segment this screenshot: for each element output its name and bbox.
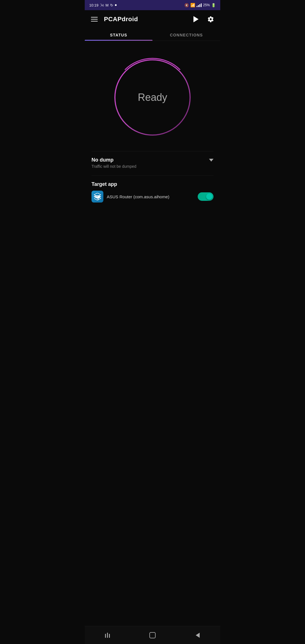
target-app-section: Target app ASUS Router (com.asus.aihome)	[91, 175, 213, 208]
dump-dropdown-arrow[interactable]	[209, 159, 213, 162]
target-app-info: ASUS Router (com.asus.aihome)	[91, 191, 169, 203]
target-app-toggle[interactable]	[198, 192, 213, 201]
recent-apps-button[interactable]	[101, 630, 114, 640]
wifi-icon: 📶	[190, 3, 195, 7]
status-bar-left: 10:19 🌬 M ↻	[89, 3, 117, 7]
menu-button[interactable]	[89, 14, 99, 24]
ready-text: Ready	[138, 92, 167, 103]
router-icon	[94, 193, 101, 200]
bottom-nav	[85, 626, 220, 644]
dump-text-block: No dump Traffic will not be dumped	[91, 157, 136, 169]
ready-circle-container[interactable]: Ready	[113, 58, 192, 137]
toggle-thumb	[206, 193, 212, 200]
dump-label: No dump	[91, 157, 136, 163]
gear-icon	[207, 16, 214, 23]
signal-icon	[197, 3, 202, 7]
battery-icon: 🔋	[211, 3, 216, 7]
tab-status[interactable]: STATUS	[85, 28, 152, 41]
sync-icon: ↻	[110, 3, 113, 7]
play-button[interactable]	[191, 14, 201, 24]
app-name: ASUS Router (com.asus.aihome)	[107, 194, 169, 199]
main-content: Ready No dump Traffic will not be dumped…	[85, 41, 220, 626]
gmail-icon: M	[106, 3, 109, 7]
home-icon	[149, 632, 156, 638]
svg-point-4	[97, 196, 98, 197]
svg-point-3	[97, 196, 97, 197]
app-title: PCAPdroid	[104, 16, 186, 23]
tab-connections[interactable]: CONNECTIONS	[152, 28, 220, 41]
recent-apps-icon	[105, 633, 110, 638]
settings-button[interactable]	[206, 14, 216, 24]
play-icon	[193, 16, 199, 22]
dump-header: No dump Traffic will not be dumped	[91, 157, 213, 169]
battery-percentage: 25%	[203, 3, 210, 7]
target-app-row: ASUS Router (com.asus.aihome)	[91, 191, 213, 203]
tabs: STATUS CONNECTIONS	[85, 28, 220, 41]
mute-icon: 🔇	[184, 3, 189, 7]
status-bar: 10:19 🌬 M ↻ 🔇 📶 25% 🔋	[85, 0, 220, 10]
svg-point-2	[96, 196, 96, 197]
back-icon	[196, 633, 200, 638]
notification-dot	[115, 4, 117, 6]
status-time: 10:19	[89, 3, 99, 7]
ready-circle: Ready	[113, 58, 192, 137]
app-bar: PCAPdroid	[85, 10, 220, 28]
back-button[interactable]	[191, 630, 204, 640]
dump-sublabel: Traffic will not be dumped	[91, 164, 136, 169]
target-app-label: Target app	[91, 181, 213, 187]
toggle-track	[198, 192, 213, 201]
dump-section: No dump Traffic will not be dumped	[91, 151, 213, 175]
status-bar-right: 🔇 📶 25% 🔋	[184, 3, 216, 7]
home-button[interactable]	[146, 630, 159, 640]
app-icon	[91, 191, 103, 203]
wind-icon: 🌬	[100, 3, 104, 7]
